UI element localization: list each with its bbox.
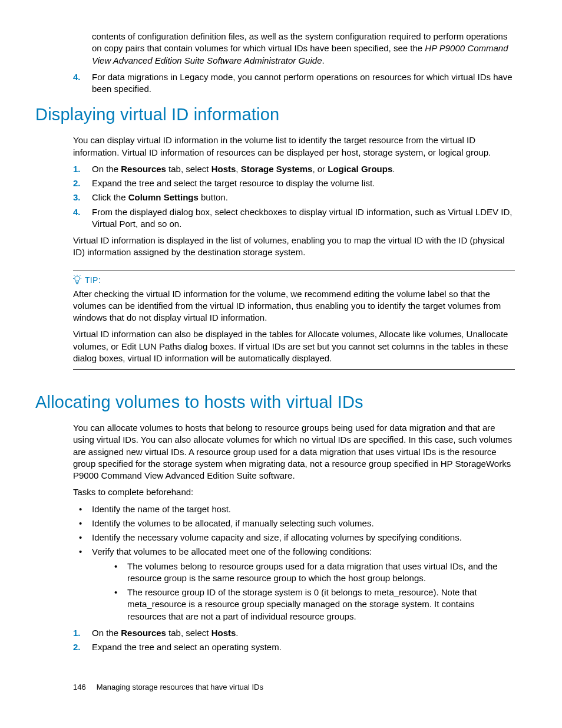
section1-after: Virtual ID information is displayed in t… <box>73 235 515 259</box>
step-3: 3. Click the Column Settings button. <box>73 192 515 203</box>
step-text: tab, select <box>166 628 211 638</box>
ui-ref-resources: Resources <box>121 628 166 638</box>
list-marker: 1. <box>73 627 81 639</box>
tip-rule-bottom <box>73 369 515 370</box>
tasks-bullet-list: Identify the name of the target host. Id… <box>73 503 527 622</box>
document-page: contents of configuration definition fil… <box>0 0 562 728</box>
list-marker: 4. <box>73 206 81 218</box>
svg-line-7 <box>80 275 80 276</box>
list-marker: 2. <box>73 177 81 189</box>
section-heading-allocating: Allocating volumes to hosts with virtual… <box>35 391 527 414</box>
tip-rule-top <box>73 271 515 271</box>
ui-ref-logical-groups: Logical Groups <box>328 164 392 174</box>
step-1: 1. On the Resources tab, select Hosts. <box>73 627 515 639</box>
step-2: 2. Expand the tree and select an operati… <box>73 641 515 653</box>
step-text: , or <box>312 164 328 174</box>
list-marker: 1. <box>73 163 81 175</box>
section1-steps: 1. On the Resources tab, select Hosts, S… <box>73 163 527 230</box>
step-text: Expand the tree and select an operating … <box>92 642 282 652</box>
carryover-paragraph: contents of configuration definition fil… <box>92 31 515 67</box>
list-marker: 3. <box>73 192 81 203</box>
bullet-text: The resource group ID of the storage sys… <box>127 587 477 621</box>
ui-ref-column-settings: Column Settings <box>128 192 199 202</box>
step-1: 1. On the Resources tab, select Hosts, S… <box>73 163 515 175</box>
prior-list-item-4: 4. For data migrations in Legacy mode, y… <box>73 71 515 95</box>
svg-point-0 <box>75 276 80 281</box>
bullet-4: Verify that volumes to be allocated meet… <box>73 546 515 622</box>
step-text: Click the <box>92 192 128 202</box>
tip-header: TIP: <box>73 275 515 286</box>
step-text: tab, select <box>166 164 211 174</box>
section-heading-displaying: Displaying virtual ID information <box>35 103 527 126</box>
section2-steps: 1. On the Resources tab, select Hosts. 2… <box>73 627 527 654</box>
step-2: 2. Expand the tree and select the target… <box>73 177 515 189</box>
bullet-text: The volumes belong to resource groups us… <box>127 561 498 583</box>
lightbulb-icon <box>73 275 81 285</box>
tip-paragraph-1: After checking the virtual ID informatio… <box>73 288 515 324</box>
step-text: On the <box>92 164 121 174</box>
carryover-end: . <box>322 55 324 65</box>
ui-ref-resources: Resources <box>121 164 166 174</box>
page-number: 146 <box>73 682 86 693</box>
tip-label: TIP: <box>85 275 101 286</box>
list-marker: 4. <box>73 71 81 83</box>
prior-ordered-list: 4. For data migrations in Legacy mode, y… <box>73 71 527 95</box>
step-text: Expand the tree and select the target re… <box>92 178 375 188</box>
bullet-text: Identify the name of the target host. <box>92 504 231 514</box>
step-text: . <box>236 628 238 638</box>
list-marker: 2. <box>73 641 81 653</box>
tasks-label: Tasks to complete beforehand: <box>73 486 515 498</box>
bullet-3: Identify the necessary volume capacity a… <box>73 532 515 543</box>
section1-intro: You can display virtual ID information i… <box>73 134 515 159</box>
nested-bullet-2: The resource group ID of the storage sys… <box>108 587 503 622</box>
ui-ref-hosts: Hosts <box>211 164 236 174</box>
nested-bullet-list: The volumes belong to resource groups us… <box>108 561 515 622</box>
chapter-title: Managing storage resources that have vir… <box>97 682 263 693</box>
bullet-1: Identify the name of the target host. <box>73 503 515 515</box>
section2-intro: You can allocate volumes to hosts that b… <box>73 422 515 482</box>
ui-ref-storage-systems: Storage Systems <box>241 164 313 174</box>
step-text: button. <box>199 192 228 202</box>
tip-paragraph-2: Virtual ID information can also be displ… <box>73 328 515 364</box>
tip-block: TIP: After checking the virtual ID infor… <box>73 271 515 370</box>
step-text: From the displayed dialog box, select ch… <box>92 207 512 229</box>
svg-line-6 <box>74 275 75 276</box>
list-item-text: For data migrations in Legacy mode, you … <box>92 72 513 94</box>
bullet-text: Verify that volumes to be allocated meet… <box>92 546 372 556</box>
step-text: . <box>392 164 395 174</box>
nested-bullet-1: The volumes belong to resource groups us… <box>108 561 503 585</box>
step-4: 4. From the displayed dialog box, select… <box>73 206 515 230</box>
step-text: On the <box>92 628 121 638</box>
step-text: , <box>236 164 240 174</box>
bullet-2: Identify the volumes to be allocated, if… <box>73 518 515 529</box>
bullet-text: Identify the volumes to be allocated, if… <box>92 518 374 528</box>
ui-ref-hosts: Hosts <box>211 628 236 638</box>
page-footer: 146 Managing storage resources that have… <box>73 682 263 693</box>
bullet-text: Identify the necessary volume capacity a… <box>92 532 462 542</box>
